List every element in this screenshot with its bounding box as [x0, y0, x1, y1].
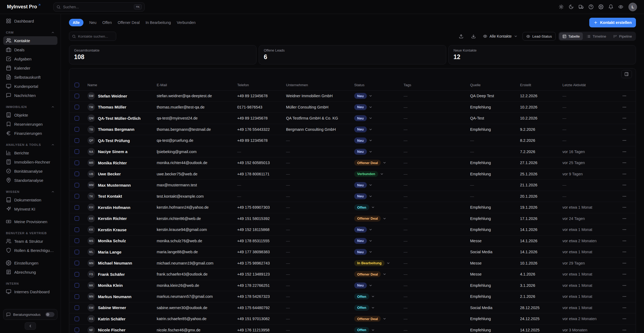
row-checkbox[interactable]	[75, 194, 79, 198]
sidebar-item-dokumentation[interactable]: Dokumentation	[3, 196, 57, 204]
table-row[interactable]: MKMonika Kleinmonika.klein26@web.de+49 1…	[69, 280, 636, 291]
table-row[interactable]: MNMarkus Neumannmarkus.neumann57@gmail.c…	[69, 291, 636, 302]
table-row[interactable]: QMQA-Test Müller-Örtlichqa-test@myinvest…	[69, 113, 636, 124]
sidebar-item-kalender[interactable]: Kalender	[3, 64, 57, 72]
status-dropdown[interactable]: Neu	[354, 227, 404, 233]
row-actions-button[interactable]	[620, 193, 628, 200]
sidebar-item-team-struktur[interactable]: Team & Struktur	[3, 237, 57, 245]
row-actions-button[interactable]	[620, 315, 628, 323]
status-dropdown[interactable]: Neu	[354, 126, 404, 132]
row-actions-button[interactable]	[620, 159, 628, 166]
row-checkbox[interactable]	[75, 294, 79, 299]
filter-tab-offen[interactable]: Offen	[102, 20, 112, 25]
moon-button[interactable]	[566, 2, 576, 12]
row-actions-button[interactable]	[620, 259, 628, 267]
row-actions-button[interactable]	[620, 215, 628, 222]
column-settings-button[interactable]	[621, 70, 632, 78]
row-checkbox[interactable]	[75, 317, 79, 321]
table-row[interactable]: KSKatrin Schäferkatrin.schaefer85@yahoo.…	[69, 313, 636, 325]
table-row[interactable]: UBUwe Beckeruwe.becker75@web.de+49 178 8…	[69, 169, 636, 180]
status-dropdown[interactable]: Neu	[354, 249, 404, 255]
import-button[interactable]	[456, 32, 466, 41]
status-dropdown[interactable]: Verbunden	[354, 171, 404, 177]
row-actions-button[interactable]	[620, 114, 628, 122]
row-actions-button[interactable]	[620, 293, 628, 300]
row-checkbox[interactable]	[75, 250, 79, 254]
row-actions-button[interactable]	[620, 282, 628, 289]
row-checkbox[interactable]	[75, 172, 79, 176]
beratungsmodus-toggle[interactable]	[45, 312, 54, 317]
table-row[interactable]: SWSabine Wernersabine.werner30@outlook.d…	[69, 302, 636, 314]
row-actions-button[interactable]	[620, 170, 628, 178]
filter-tab-offener-deal[interactable]: Offener Deal	[118, 20, 140, 25]
truck-button[interactable]	[576, 2, 586, 12]
status-dropdown[interactable]: Offen	[354, 204, 404, 210]
status-dropdown[interactable]: Neu	[354, 283, 404, 288]
create-contact-button[interactable]: Kontakt erstellen	[589, 18, 636, 27]
row-actions-button[interactable]	[620, 181, 628, 189]
row-checkbox[interactable]	[75, 138, 79, 143]
row-actions-button[interactable]	[620, 126, 628, 133]
status-dropdown[interactable]: Neu	[354, 115, 404, 121]
table-row[interactable]: MLMaria Langemaria.lange88@web.de+49 177…	[69, 247, 636, 258]
eye-button[interactable]	[616, 2, 625, 12]
table-row[interactable]: TMThomas Müllerthomas.mueller@test-qa.de…	[69, 102, 636, 113]
row-actions-button[interactable]	[620, 148, 628, 155]
row-checkbox[interactable]	[75, 105, 79, 109]
help-circle-button[interactable]	[586, 2, 595, 12]
row-actions-button[interactable]	[620, 248, 628, 256]
filter-tab-verbunden[interactable]: Verbunden	[177, 20, 196, 25]
table-row[interactable]: TKTest Kontakttest.kontakt@example.com——…	[69, 191, 636, 202]
status-dropdown[interactable]: Offen	[354, 327, 404, 333]
table-row[interactable]: TBThomas Bergmannthomas.bergmann@testmai…	[69, 124, 636, 135]
status-dropdown[interactable]: In Bearbeitung	[354, 260, 404, 266]
settings-button[interactable]	[596, 2, 605, 12]
row-actions-button[interactable]	[620, 204, 628, 211]
user-avatar[interactable]: L	[628, 3, 637, 11]
row-actions-button[interactable]	[620, 137, 628, 144]
table-row[interactable]: SWStefan Weidnerstefan.weidner@qa-deepte…	[69, 91, 636, 102]
select-all-checkbox[interactable]	[75, 83, 79, 87]
row-actions-button[interactable]	[620, 304, 628, 312]
status-dropdown[interactable]: Offener Deal	[354, 316, 404, 322]
table-row[interactable]: QPQA-Test Prüfungqa-test@pruefung.de+49 …	[69, 135, 636, 146]
export-button[interactable]	[469, 32, 478, 41]
table-row[interactable]: FSFrank Schäferfrank.schaefer43@outlook.…	[69, 269, 636, 280]
sidebar-item-rollen-berechtigungen[interactable]: Rollen & Berechtigungen	[3, 246, 57, 255]
row-checkbox[interactable]	[75, 305, 79, 310]
row-checkbox[interactable]	[75, 205, 79, 210]
row-checkbox[interactable]	[75, 328, 79, 332]
row-actions-button[interactable]	[620, 92, 628, 100]
row-actions-button[interactable]	[620, 270, 628, 278]
row-checkbox[interactable]	[75, 283, 79, 288]
sidebar-item-finanzierungen[interactable]: Finanzierungen	[3, 129, 57, 137]
bell-button[interactable]	[606, 2, 615, 12]
filter-tab-alle[interactable]: Alle	[69, 19, 83, 26]
sidebar-item-reservierungen[interactable]: Reservierungen	[3, 120, 57, 128]
contacts-filter-dropdown[interactable]: Alle Kontakte	[481, 32, 520, 41]
view-timeline[interactable]: Timeline	[583, 32, 609, 40]
row-checkbox[interactable]	[75, 127, 79, 132]
status-dropdown[interactable]: Neu	[354, 149, 404, 155]
filter-tab-neu[interactable]: Neu	[89, 20, 97, 25]
table-row[interactable]: KRKerstin Richterkerstin.richter86@web.d…	[69, 213, 636, 225]
sidebar-section-immobilien[interactable]: IMMOBILIEN	[3, 104, 57, 110]
row-checkbox[interactable]	[75, 261, 79, 265]
table-row[interactable]: MSMonika Schulzmonika.schulz76@web.de+49…	[69, 236, 636, 247]
sidebar-item-selbstauskunft[interactable]: Selbstauskunft	[3, 73, 57, 81]
status-dropdown[interactable]: Offen	[354, 305, 404, 311]
table-row[interactable]: KHKerstin Hofmannkerstin.hofmann24@yahoo…	[69, 202, 636, 213]
sidebar-item-meine-provisionen[interactable]: Meine Provisionen	[3, 217, 57, 226]
status-dropdown[interactable]: Offener Deal	[354, 271, 404, 277]
row-checkbox[interactable]	[75, 149, 79, 154]
sidebar-section-analysen-tools[interactable]: ANALYSEN & TOOLS	[3, 142, 57, 148]
row-checkbox[interactable]	[75, 238, 79, 243]
sidebar-item-kontakte[interactable]: Kontakte	[3, 36, 57, 45]
row-checkbox[interactable]	[75, 183, 79, 187]
row-checkbox[interactable]	[75, 216, 79, 221]
sidebar-item-myinvest-ki[interactable]: MyInvest KI	[3, 205, 57, 213]
row-checkbox[interactable]	[75, 272, 79, 277]
sidebar-section-crm[interactable]: CRM	[3, 29, 57, 36]
sidebar-item-objekte[interactable]: Objekte	[3, 111, 57, 119]
row-actions-button[interactable]	[620, 103, 628, 111]
